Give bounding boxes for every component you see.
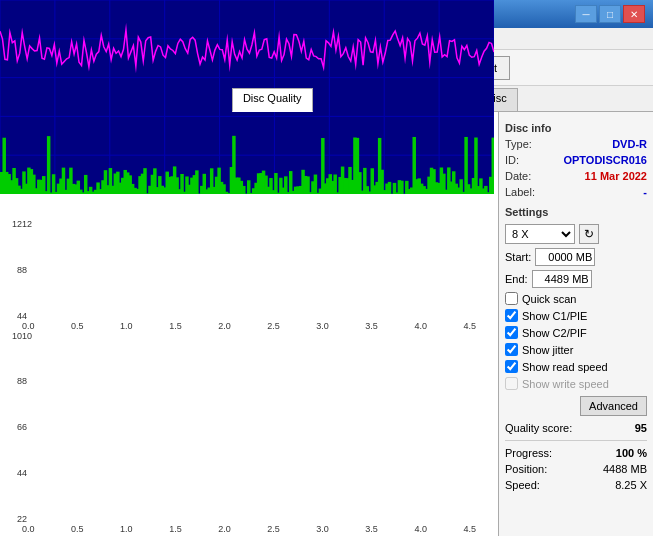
- right-panel: Disc info Type: DVD-R ID: OPTODISCR016 D…: [498, 112, 653, 536]
- show-jitter-row[interactable]: Show jitter: [505, 343, 647, 356]
- id-row: ID: OPTODISCR016: [505, 154, 647, 166]
- main-content: recorded with PIONEER BD-RW BDR-S13U 20 …: [0, 112, 653, 536]
- show-write-speed-label: Show write speed: [522, 378, 609, 390]
- position-row: Position: 4488 MB: [505, 463, 647, 475]
- position-value: 4488 MB: [603, 463, 647, 475]
- type-value: DVD-R: [612, 138, 647, 150]
- end-input[interactable]: [532, 270, 592, 288]
- start-mb-row: Start:: [505, 248, 647, 266]
- end-label: End:: [505, 273, 528, 285]
- type-row: Type: DVD-R: [505, 138, 647, 150]
- show-c1-pie-checkbox[interactable]: [505, 309, 518, 322]
- bottom-chart-y-axis-right: 10 8 6 4 2: [22, 331, 42, 525]
- label-row: Label: -: [505, 186, 647, 198]
- show-write-speed-checkbox[interactable]: [505, 377, 518, 390]
- show-c2-pif-label: Show C2/PIF: [522, 327, 587, 339]
- refresh-button[interactable]: ↻: [579, 224, 599, 244]
- quality-score-row: Quality score: 95: [505, 422, 647, 434]
- progress-row: Progress: 100 %: [505, 447, 647, 459]
- top-chart-x-axis: 0.0 0.5 1.0 1.5 2.0 2.5 3.0 3.5 4.0 4.5: [2, 321, 496, 331]
- show-c2-pif-checkbox[interactable]: [505, 326, 518, 339]
- speed-row: 8 X Max 2 X 4 X 16 X ↻: [505, 224, 647, 244]
- show-read-speed-checkbox[interactable]: [505, 360, 518, 373]
- title-bar-controls[interactable]: ─ □ ✕: [575, 5, 645, 23]
- close-button[interactable]: ✕: [623, 5, 645, 23]
- advanced-btn-wrapper: Advanced: [505, 394, 647, 416]
- show-read-speed-row[interactable]: Show read speed: [505, 360, 647, 373]
- show-c2-pif-row[interactable]: Show C2/PIF: [505, 326, 647, 339]
- bottom-chart-x-axis: 0.0 0.5 1.0 1.5 2.0 2.5 3.0 3.5 4.0 4.5: [2, 524, 496, 534]
- show-jitter-label: Show jitter: [522, 344, 573, 356]
- speed-value: 8.25 X: [615, 479, 647, 491]
- start-label: Start:: [505, 251, 531, 263]
- quick-scan-checkbox[interactable]: [505, 292, 518, 305]
- progress-label: Progress:: [505, 447, 552, 459]
- quick-scan-row[interactable]: Quick scan: [505, 292, 647, 305]
- date-row: Date: 11 Mar 2022: [505, 170, 647, 182]
- show-c1-pie-row[interactable]: Show C1/PIE: [505, 309, 647, 322]
- show-jitter-checkbox[interactable]: [505, 343, 518, 356]
- date-value: 11 Mar 2022: [585, 170, 647, 182]
- minimize-button[interactable]: ─: [575, 5, 597, 23]
- speed-row-2: Speed: 8.25 X: [505, 479, 647, 491]
- id-label: ID:: [505, 154, 519, 166]
- speed-select[interactable]: 8 X Max 2 X 4 X 16 X: [505, 224, 575, 244]
- show-read-speed-label: Show read speed: [522, 361, 608, 373]
- start-input[interactable]: [535, 248, 595, 266]
- bottom-chart-y-axis-left: 10 8 6 4 2: [2, 331, 22, 525]
- divider: [505, 440, 647, 441]
- advanced-button[interactable]: Advanced: [580, 396, 647, 416]
- date-label: Date:: [505, 170, 531, 182]
- bottom-chart-container: 10 8 6 4 2 10 8 6 4 2 0.0 0.5 1.0: [2, 331, 496, 535]
- type-label: Type:: [505, 138, 532, 150]
- tab-disc-quality[interactable]: Disc Quality: [232, 88, 313, 112]
- quality-score-value: 95: [635, 422, 647, 434]
- label-value: -: [643, 186, 647, 198]
- show-c1-pie-label: Show C1/PIE: [522, 310, 587, 322]
- maximize-button[interactable]: □: [599, 5, 621, 23]
- label-label: Label:: [505, 186, 535, 198]
- speed-label: Speed:: [505, 479, 540, 491]
- progress-value: 100 %: [616, 447, 647, 459]
- disc-info-title: Disc info: [505, 122, 647, 134]
- show-write-speed-row: Show write speed: [505, 377, 647, 390]
- position-label: Position:: [505, 463, 547, 475]
- charts-area: recorded with PIONEER BD-RW BDR-S13U 20 …: [0, 112, 498, 536]
- id-value: OPTODISCR016: [563, 154, 647, 166]
- quick-scan-label: Quick scan: [522, 293, 576, 305]
- end-mb-row: End:: [505, 270, 647, 288]
- settings-title: Settings: [505, 206, 647, 218]
- quality-score-label: Quality score:: [505, 422, 572, 434]
